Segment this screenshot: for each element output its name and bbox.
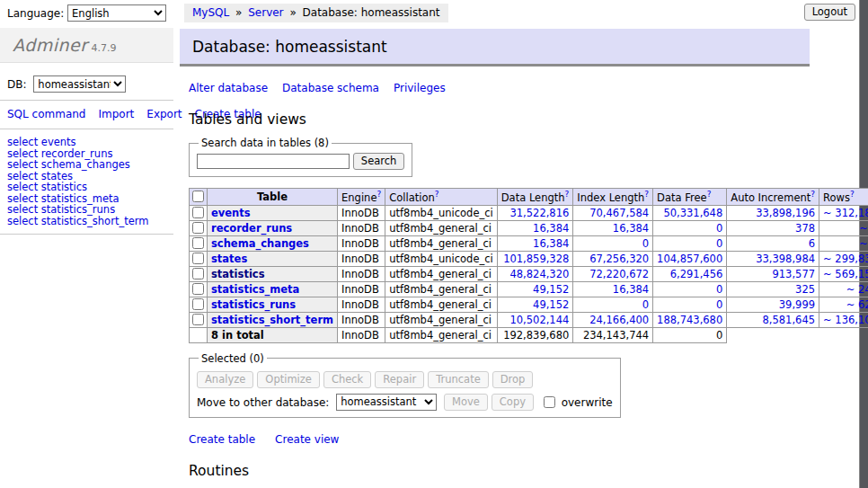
index-length-cell[interactable]: 16,384 — [573, 220, 653, 235]
sidebar-action-link[interactable]: Import — [98, 108, 134, 120]
sidebar-action-link[interactable]: SQL command — [7, 108, 85, 120]
table-name-link[interactable]: events — [211, 207, 251, 219]
rows-count-cell[interactable]: ~ 5 — [819, 220, 868, 235]
app-version[interactable]: 4.7.9 — [92, 42, 117, 54]
column-help-link[interactable]: ? — [435, 190, 439, 199]
data-free-cell[interactable]: 6,291,456 — [653, 266, 727, 281]
auto-increment-cell[interactable]: 6 — [727, 235, 819, 251]
data-free-cell[interactable]: 188,743,680 — [653, 312, 727, 327]
search-button[interactable]: Search — [353, 153, 405, 170]
select-all-checkbox[interactable] — [192, 191, 204, 202]
auto-increment-cell[interactable]: 33,898,196 — [727, 205, 819, 220]
column-help-link[interactable]: ? — [376, 190, 381, 199]
index-length-cell[interactable]: 72,220,672 — [573, 266, 653, 281]
page-title: Database: homeassistant — [180, 29, 810, 67]
sidebar-action-link[interactable]: Export — [146, 108, 182, 120]
row-checkbox[interactable] — [192, 207, 204, 218]
totals-row: 8 in totalInnoDButf8mb4_general_ci192,83… — [190, 327, 868, 342]
create-table-link[interactable]: Create table — [189, 433, 255, 446]
breadcrumb-link-server[interactable]: Server — [248, 6, 283, 19]
table-name-link[interactable]: recorder_runs — [211, 222, 292, 235]
data-length-cell[interactable]: 49,152 — [497, 281, 573, 297]
auto-increment-cell[interactable]: 8,581,645 — [727, 312, 819, 327]
column-help-link[interactable]: ? — [850, 190, 855, 199]
create-view-link[interactable]: Create view — [275, 433, 339, 446]
auto-increment-cell[interactable]: 39,999 — [727, 297, 819, 312]
rows-count-cell[interactable]: ~ 628 — [819, 297, 868, 312]
row-select-cell — [190, 312, 208, 327]
row-checkbox[interactable] — [192, 222, 204, 234]
index-length-cell[interactable]: 24,166,400 — [573, 312, 653, 327]
bulk-check-button[interactable]: Check — [323, 371, 371, 388]
table-name-link[interactable]: schema_changes — [211, 237, 309, 250]
column-help-link[interactable]: ? — [644, 190, 649, 199]
row-checkbox[interactable] — [192, 314, 204, 325]
rows-count-cell[interactable]: ~ 136,108 — [819, 312, 868, 327]
table-name-link[interactable]: statistics — [211, 268, 265, 280]
data-free-cell[interactable]: 0 — [653, 235, 727, 251]
language-select[interactable]: English — [67, 4, 166, 22]
db-select[interactable]: homeassistant — [33, 75, 126, 93]
auto-increment-cell[interactable]: 378 — [727, 220, 819, 235]
sidebar-table-link[interactable]: select statistics_short_term — [7, 215, 148, 227]
rows-count-cell[interactable]: ~ 312,180 — [819, 205, 868, 220]
data-length-cell[interactable]: 16,384 — [497, 220, 573, 235]
bulk-analyze-button[interactable]: Analyze — [197, 371, 253, 388]
totals-data-free-cell: 0 — [653, 327, 727, 342]
breadcrumb-link-mysql[interactable]: MySQL — [192, 6, 229, 19]
index-length-cell[interactable]: 0 — [573, 235, 653, 251]
data-free-cell[interactable]: 104,857,600 — [653, 251, 727, 266]
data-length-cell[interactable]: 101,859,328 — [497, 251, 573, 266]
bulk-repair-button[interactable]: Repair — [375, 371, 424, 388]
rows-count-cell[interactable]: ~ 569,159 — [819, 266, 868, 281]
rows-count-cell[interactable]: ~ 299,833 — [819, 251, 868, 266]
move-database-select[interactable]: homeassistant — [336, 394, 437, 411]
auto-increment-cell[interactable]: 913,577 — [727, 266, 819, 281]
engine-cell: InnoDB — [338, 266, 385, 281]
data-free-cell[interactable]: 0 — [653, 220, 727, 235]
data-length-cell[interactable]: 31,522,816 — [497, 205, 573, 220]
data-length-cell[interactable]: 10,502,144 — [497, 312, 573, 327]
database-subnav-link[interactable]: Alter database — [189, 82, 268, 94]
column-help-link[interactable]: ? — [707, 190, 712, 199]
data-free-cell[interactable]: 0 — [653, 297, 727, 312]
logout-button[interactable]: Logout — [804, 4, 855, 21]
overwrite-checkbox[interactable] — [544, 396, 555, 408]
index-length-cell[interactable]: 67,256,320 — [573, 251, 653, 266]
data-length-cell[interactable]: 16,384 — [497, 235, 573, 251]
breadcrumb-current: Database: homeassistant — [303, 6, 440, 19]
table-name-link[interactable]: statistics_short_term — [211, 314, 333, 326]
auto-increment-cell[interactable]: 33,398,984 — [727, 251, 819, 266]
database-subnav-link[interactable]: Privileges — [394, 82, 446, 94]
row-checkbox[interactable] — [192, 253, 204, 264]
auto-increment-cell[interactable]: 325 — [727, 281, 819, 297]
data-length-cell[interactable]: 48,824,320 — [497, 266, 573, 281]
data-free-cell[interactable]: 50,331,648 — [653, 205, 727, 220]
copy-button[interactable]: Copy — [492, 394, 534, 411]
search-input[interactable] — [197, 154, 350, 169]
bulk-optimize-button[interactable]: Optimize — [257, 371, 320, 388]
row-select-cell — [190, 266, 208, 281]
rows-count-cell[interactable]: ~ 3 — [819, 235, 868, 251]
data-length-cell[interactable]: 49,152 — [497, 297, 573, 312]
index-length-cell[interactable]: 0 — [573, 297, 653, 312]
index-length-cell[interactable]: 16,384 — [573, 281, 653, 297]
row-checkbox[interactable] — [192, 283, 204, 295]
bulk-drop-button[interactable]: Drop — [492, 371, 534, 388]
database-subnav-link[interactable]: Database schema — [282, 82, 379, 94]
index-length-cell[interactable]: 70,467,584 — [573, 205, 653, 220]
bulk-truncate-button[interactable]: Truncate — [428, 371, 489, 388]
table-name-link[interactable]: states — [211, 253, 247, 265]
table-name-link[interactable]: statistics_meta — [211, 283, 299, 296]
rows-count-cell[interactable]: ~ 244 — [819, 281, 868, 297]
sidebar-table-list: select eventsselect recorder_runsselect … — [7, 137, 173, 226]
row-checkbox[interactable] — [192, 268, 204, 279]
data-free-cell[interactable]: 0 — [653, 281, 727, 297]
move-button[interactable]: Move — [444, 394, 488, 411]
column-help-link[interactable]: ? — [810, 190, 815, 199]
column-help-link[interactable]: ? — [565, 190, 570, 199]
row-checkbox[interactable] — [192, 298, 204, 310]
row-checkbox[interactable] — [192, 237, 204, 249]
table-name-link[interactable]: statistics_runs — [211, 298, 296, 311]
collation-cell: utf8mb4_general_ci — [385, 266, 498, 281]
